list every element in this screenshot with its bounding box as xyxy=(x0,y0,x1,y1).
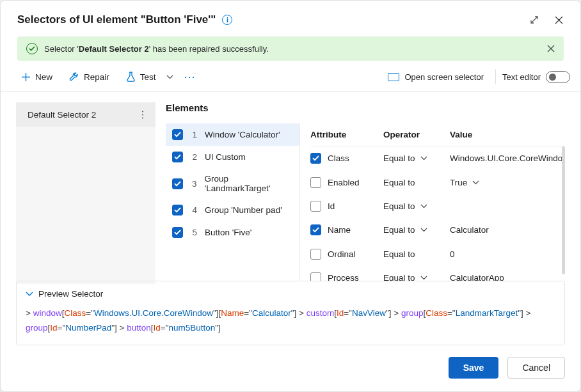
element-label: Group 'LandmarkTarget' xyxy=(205,174,293,193)
attribute-row: ClassEqual toWindows.UI.Core.CoreWindow xyxy=(310,146,565,171)
expand-icon[interactable] xyxy=(525,11,543,29)
selector-name: Default Selector 2 xyxy=(28,110,96,120)
attributes-header: Attribute Operator Value xyxy=(310,123,565,146)
divider xyxy=(495,69,496,84)
test-dropdown[interactable] xyxy=(163,74,177,81)
element-row[interactable]: 2UI Custom xyxy=(166,146,299,168)
attribute-name: Ordinal xyxy=(328,249,356,259)
chevron-down-icon xyxy=(420,276,427,280)
element-index: 1 xyxy=(191,130,197,139)
value-cell[interactable]: 0 xyxy=(450,249,559,260)
element-index: 2 xyxy=(191,152,197,162)
checkbox[interactable] xyxy=(172,129,183,140)
toolbar: New Repair Test ⋯ Open screen selector T… xyxy=(1,65,580,92)
checkbox[interactable] xyxy=(172,205,183,216)
attribute-name: Class xyxy=(328,153,349,163)
elements-heading: Elements xyxy=(166,102,565,113)
flask-icon xyxy=(126,72,136,82)
screen-icon xyxy=(388,73,399,81)
wrench-icon xyxy=(69,72,79,82)
check-circle-icon xyxy=(26,43,38,54)
selector-item-menu[interactable]: ⋯ xyxy=(138,107,149,122)
more-button[interactable]: ⋯ xyxy=(180,68,200,85)
attribute-name: Process xyxy=(328,273,359,281)
element-index: 3 xyxy=(191,179,197,189)
banner-text: Selector 'Default Selector 2' has been r… xyxy=(44,44,269,54)
checkbox[interactable] xyxy=(172,227,183,238)
chevron-down-icon xyxy=(420,156,427,161)
plus-icon xyxy=(21,72,31,82)
dialog-title: Selectors of UI element "Button 'Five'" xyxy=(17,13,216,26)
checkbox[interactable] xyxy=(310,272,321,281)
value-cell[interactable]: Calculator xyxy=(450,224,559,236)
value-cell[interactable]: True xyxy=(450,177,559,189)
operator-select[interactable]: Equal to xyxy=(383,249,447,259)
selector-item[interactable]: Default Selector 2 ⋯ xyxy=(16,102,155,127)
selectors-list: Default Selector 2 ⋯ xyxy=(16,102,155,284)
open-screen-selector-button[interactable]: Open screen selector xyxy=(383,70,489,84)
checkbox[interactable] xyxy=(172,178,183,189)
element-index: 5 xyxy=(191,228,197,237)
operator-select[interactable]: Equal to xyxy=(383,153,447,163)
close-icon[interactable] xyxy=(550,11,568,29)
value-cell[interactable]: CalculatorApp xyxy=(450,272,559,281)
info-icon[interactable]: i xyxy=(222,15,232,25)
operator-select[interactable]: Equal to xyxy=(383,201,447,211)
element-label: Group 'Number pad' xyxy=(205,205,282,215)
repair-button[interactable]: Repair xyxy=(64,68,115,85)
elements-list: 1Window 'Calculator'2UI Custom3Group 'La… xyxy=(166,123,300,281)
dialog-footer: Save Cancel xyxy=(1,345,580,391)
preview-toggle[interactable]: Preview Selector xyxy=(26,289,555,299)
text-editor-toggle[interactable] xyxy=(546,71,570,83)
text-editor-label: Text editor xyxy=(502,72,541,82)
checkbox[interactable] xyxy=(310,177,321,188)
attribute-row: EnabledEqual toTrue xyxy=(310,171,565,195)
attribute-name: Id xyxy=(328,201,335,211)
attribute-row: OrdinalEqual to0 xyxy=(310,242,565,267)
element-label: Window 'Calculator' xyxy=(205,130,280,139)
attribute-name: Name xyxy=(328,225,351,235)
attribute-name: Enabled xyxy=(328,178,360,187)
element-row[interactable]: 1Window 'Calculator' xyxy=(166,123,299,146)
chevron-down-icon xyxy=(26,292,33,297)
title-bar: Selectors of UI element "Button 'Five'" … xyxy=(1,1,580,36)
element-label: UI Custom xyxy=(205,152,246,162)
element-label: Button 'Five' xyxy=(205,228,251,237)
checkbox[interactable] xyxy=(172,152,183,162)
element-row[interactable]: 5Button 'Five' xyxy=(166,221,299,244)
checkbox[interactable] xyxy=(310,201,321,212)
attribute-row: ProcessEqual toCalculatorApp xyxy=(310,266,565,281)
attribute-row: NameEqual toCalculator xyxy=(310,218,565,242)
chevron-down-icon xyxy=(420,228,427,232)
cancel-button[interactable]: Cancel xyxy=(507,357,565,379)
save-button[interactable]: Save xyxy=(449,357,499,379)
preview-panel: Preview Selector > window[Class="Windows… xyxy=(16,281,565,345)
operator-select[interactable]: Equal to xyxy=(383,178,447,187)
new-button[interactable]: New xyxy=(16,69,58,85)
operator-select[interactable]: Equal to xyxy=(383,273,447,281)
element-index: 4 xyxy=(191,205,197,215)
chevron-down-icon xyxy=(472,180,479,185)
preview-selector-code: > window[Class="Windows.UI.Core.CoreWind… xyxy=(26,306,555,336)
checkbox[interactable] xyxy=(310,224,321,235)
checkbox[interactable] xyxy=(310,249,321,260)
attributes-panel: Attribute Operator Value ClassEqual toWi… xyxy=(300,123,565,281)
element-row[interactable]: 3Group 'LandmarkTarget' xyxy=(166,168,299,199)
operator-select[interactable]: Equal to xyxy=(383,225,447,235)
checkbox[interactable] xyxy=(310,153,321,164)
attribute-row: IdEqual to xyxy=(310,194,565,218)
test-button[interactable]: Test xyxy=(121,68,161,85)
value-cell[interactable]: Windows.UI.Core.CoreWindow xyxy=(450,153,565,164)
element-row[interactable]: 4Group 'Number pad' xyxy=(166,199,299,221)
success-banner: Selector 'Default Selector 2' has been r… xyxy=(17,36,564,61)
chevron-down-icon xyxy=(420,204,427,208)
dialog-window: Selectors of UI element "Button 'Five'" … xyxy=(0,0,581,392)
banner-close-icon[interactable] xyxy=(547,45,555,52)
